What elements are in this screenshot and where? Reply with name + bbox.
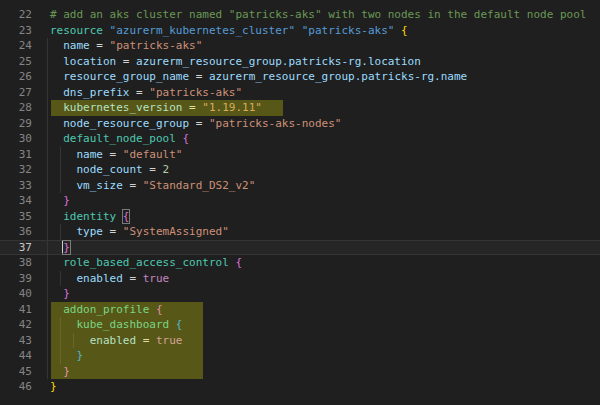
line-number[interactable]: 22 xyxy=(0,7,32,23)
code-text: addon_profile { xyxy=(50,302,163,318)
code-line[interactable]: 32node_count = 2 xyxy=(0,162,600,178)
line-number[interactable]: 31 xyxy=(0,147,32,163)
code-line[interactable]: 46} xyxy=(0,379,600,395)
indent-guide xyxy=(47,317,48,333)
code-text: kube_dashboard { xyxy=(50,317,182,333)
code-line[interactable]: 44} xyxy=(0,348,600,364)
line-number[interactable]: 44 xyxy=(0,348,32,364)
code-line[interactable]: 35identity { xyxy=(0,209,600,225)
indent-guide xyxy=(47,364,48,380)
code-line[interactable]: 45} xyxy=(0,364,600,380)
line-number[interactable]: 24 xyxy=(0,38,32,54)
token: node_resource_group xyxy=(63,117,189,130)
token: 2 xyxy=(163,163,170,176)
code-text: enabled = true xyxy=(50,333,182,349)
line-number[interactable]: 43 xyxy=(0,333,32,349)
line-number[interactable]: 32 xyxy=(0,162,32,178)
code-line[interactable]: 27dns_prefix = "patricks-aks" xyxy=(0,85,600,101)
token: "azurerm_kubernetes_cluster" xyxy=(110,24,295,37)
code-line[interactable]: 39enabled = true xyxy=(0,271,600,287)
line-number[interactable]: 34 xyxy=(0,193,32,209)
token: role_based_access_control xyxy=(63,256,229,269)
code-line[interactable]: 28kubernetes_version = "1.19.11" xyxy=(0,100,600,116)
line-number[interactable]: 33 xyxy=(0,178,32,194)
line-number[interactable]: 35 xyxy=(0,209,32,225)
code-text: } xyxy=(50,286,70,302)
line-number[interactable]: 45 xyxy=(0,364,32,380)
line-number[interactable]: 42 xyxy=(0,317,32,333)
indent-guide xyxy=(47,224,48,240)
token: { xyxy=(176,318,183,331)
code-text: location = azurerm_resource_group.patric… xyxy=(50,54,421,70)
token: } xyxy=(76,349,83,362)
code-text: default_node_pool { xyxy=(50,131,189,147)
code-line[interactable]: 31name = "default" xyxy=(0,147,600,163)
token: } xyxy=(63,365,70,378)
indent-guide xyxy=(47,54,48,70)
code-text: node_count = 2 xyxy=(50,162,169,178)
code-line[interactable]: 23resource "azurerm_kubernetes_cluster" … xyxy=(0,23,600,39)
code-line[interactable]: 26resource_group_name = azurerm_resource… xyxy=(0,69,600,85)
token: node_count xyxy=(76,163,142,176)
code-line[interactable]: 33vm_size = "Standard_DS2_v2" xyxy=(0,178,600,194)
line-number[interactable]: 27 xyxy=(0,85,32,101)
line-number[interactable]: 39 xyxy=(0,271,32,287)
token: default_node_pool xyxy=(63,132,176,145)
code-line[interactable]: 22# add an aks cluster named "patricks-a… xyxy=(0,7,600,23)
code-line[interactable]: 25location = azurerm_resource_group.patr… xyxy=(0,54,600,70)
code-line[interactable]: 42kube_dashboard { xyxy=(0,317,600,333)
token: = xyxy=(116,55,136,68)
indent-guide xyxy=(47,178,48,194)
code-text: resource "azurerm_kubernetes_cluster" "p… xyxy=(50,23,408,39)
indent-guide xyxy=(47,255,48,271)
line-number[interactable]: 30 xyxy=(0,131,32,147)
line-number[interactable]: 41 xyxy=(0,302,32,318)
token: = xyxy=(182,101,202,114)
code-line[interactable]: 38role_based_access_control { xyxy=(0,255,600,271)
code-line[interactable]: 41addon_profile { xyxy=(0,302,600,318)
line-number[interactable]: 29 xyxy=(0,116,32,132)
indent-guide xyxy=(47,193,48,209)
code-line[interactable]: 37} xyxy=(0,240,600,256)
indent-guide xyxy=(47,302,48,318)
indent-guide xyxy=(47,348,48,364)
code-text: vm_size = "Standard_DS2_v2" xyxy=(50,178,255,194)
line-number[interactable]: 37 xyxy=(0,240,32,256)
line-number[interactable]: 25 xyxy=(0,54,32,70)
code-text: enabled = true xyxy=(50,271,169,287)
code-text: dns_prefix = "patricks-aks" xyxy=(50,85,242,101)
code-line[interactable]: 30default_node_pool { xyxy=(0,131,600,147)
token: = xyxy=(123,179,143,192)
token: = xyxy=(189,70,209,83)
line-number[interactable]: 23 xyxy=(0,23,32,39)
token: } xyxy=(63,194,70,207)
token: "patricks-aks-nodes" xyxy=(209,117,341,130)
token: # add an aks cluster named "patricks-aks… xyxy=(50,8,586,21)
code-editor[interactable]: 22# add an aks cluster named "patricks-a… xyxy=(0,0,600,405)
token: addon_profile xyxy=(63,303,149,316)
token: "Standard_DS2_v2" xyxy=(143,179,256,192)
token: name xyxy=(63,39,90,52)
line-number[interactable]: 28 xyxy=(0,100,32,116)
line-number[interactable]: 40 xyxy=(0,286,32,302)
token: = xyxy=(123,272,143,285)
line-number[interactable]: 26 xyxy=(0,69,32,85)
line-number[interactable]: 36 xyxy=(0,224,32,240)
token: kube_dashboard xyxy=(76,318,169,331)
code-text: } xyxy=(50,348,83,364)
code-line[interactable]: 29node_resource_group = "patricks-aks-no… xyxy=(0,116,600,132)
token: name xyxy=(76,148,103,161)
code-line[interactable]: 36type = "SystemAssigned" xyxy=(0,224,600,240)
code-line[interactable]: 24name = "patricks-aks" xyxy=(0,38,600,54)
token: identity xyxy=(63,210,116,223)
code-line[interactable]: 43enabled = true xyxy=(0,333,600,349)
indent-guide xyxy=(47,147,48,163)
token: azurerm_resource_group.patricks-rg.locat… xyxy=(136,55,421,68)
line-number[interactable]: 46 xyxy=(0,379,32,395)
indent-guide xyxy=(47,240,48,256)
token xyxy=(295,24,302,37)
token: "SystemAssigned" xyxy=(123,225,229,238)
code-line[interactable]: 40} xyxy=(0,286,600,302)
code-line[interactable]: 34} xyxy=(0,193,600,209)
line-number[interactable]: 38 xyxy=(0,255,32,271)
